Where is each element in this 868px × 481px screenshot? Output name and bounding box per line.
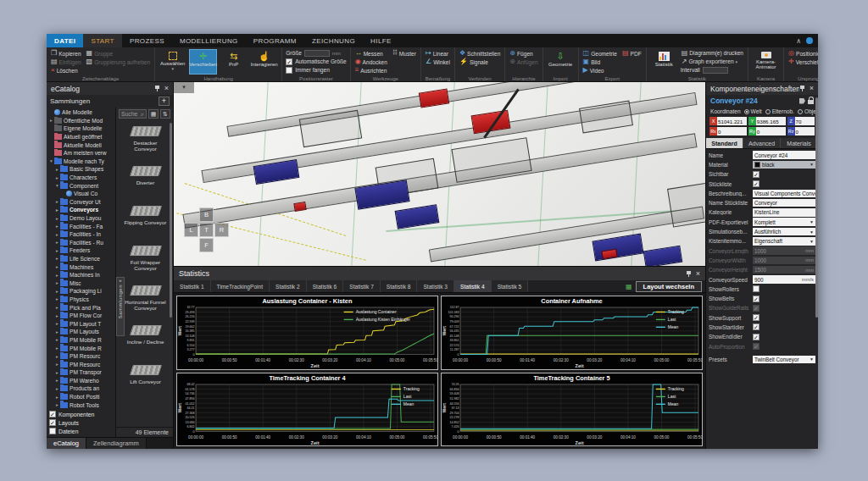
interagieren-button[interactable]: ☝Interagieren <box>250 49 278 75</box>
catalog-item-horizontal-funnel-conveyor[interactable]: Horizontal Funnel Conveyor <box>123 281 168 321</box>
tab-statistik-1[interactable]: Statistik 1 <box>174 280 211 292</box>
search-input[interactable]: Suche ⌕ <box>119 109 147 119</box>
messen-button[interactable]: ↔Messen <box>354 49 388 58</box>
chevron-right-icon[interactable]: ▸ <box>54 199 60 204</box>
size-input[interactable] <box>304 50 330 57</box>
viewport-overlay-button[interactable]: ▼ <box>174 82 194 93</box>
sidebar-item-pm-resourc[interactable]: ▸PM Resourc <box>47 360 115 368</box>
close-icon[interactable]: × <box>810 85 814 92</box>
view-cube-face-b[interactable]: B <box>199 207 214 222</box>
sidebar-item-misc[interactable]: ▸Misc <box>47 279 115 287</box>
tab-hilfe[interactable]: HILFE <box>363 34 399 47</box>
checkbox-checked[interactable]: ✓ <box>286 58 292 65</box>
schnittstellen-button[interactable]: ❖Schnittstellen <box>459 49 501 58</box>
tab-programm[interactable]: PROGRAMM <box>246 34 304 47</box>
verschieben-button[interactable]: ✛Verschieben <box>189 49 217 75</box>
chevron-right-icon[interactable]: ▸ <box>54 378 60 383</box>
geometrie-button[interactable]: ◫Geometrie <box>582 49 618 58</box>
chevron-right-icon[interactable]: ▸ <box>54 354 60 359</box>
property-dropdown[interactable]: Eigenschaft▼ <box>753 237 815 246</box>
view-cube-face-r[interactable]: R <box>214 223 229 237</box>
layouts-checkbox[interactable]: ✓Layouts <box>49 419 113 426</box>
geometrie-button[interactable]: ⇩Geometrie <box>547 49 575 75</box>
sidebar-item-am-meisten-verw[interactable]: Am meisten verw <box>47 149 115 158</box>
chevron-right-icon[interactable]: ▸ <box>54 264 60 269</box>
pin-icon[interactable] <box>799 85 805 92</box>
tab-statistik-7[interactable]: Statistik 7 <box>343 280 381 292</box>
chevron-right-icon[interactable]: ▸ <box>54 248 60 253</box>
chevron-right-icon[interactable]: ▸ <box>54 207 60 213</box>
sidebar-item-conveyors[interactable]: ▸Conveyors <box>47 206 115 214</box>
chevron-right-icon[interactable]: ▸ <box>54 395 60 400</box>
chevron-right-icon[interactable]: ▸ <box>54 280 60 285</box>
help-icon[interactable] <box>806 37 813 44</box>
sidebar-item-visual-co[interactable]: Visual Co <box>47 190 115 198</box>
sidebar-item-pm-layout-t[interactable]: ▸PM Layout T <box>47 319 115 328</box>
chevron-right-icon[interactable]: ▸ <box>54 256 60 261</box>
checkbox-unchecked[interactable]: ✓ <box>753 285 760 292</box>
chevron-right-icon[interactable]: ▸ <box>54 346 60 351</box>
close-icon[interactable]: × <box>696 270 700 278</box>
muster-button[interactable]: ⠿Muster <box>392 49 417 58</box>
property-input[interactable]: black▼ <box>753 161 815 169</box>
ausw-hlen-button[interactable]: Auswählen▾ <box>159 49 186 75</box>
sidebar-item-eigene-modelle[interactable]: Eigene Modelle <box>47 124 115 133</box>
chevron-right-icon[interactable]: ▸ <box>54 362 60 367</box>
tab-standard[interactable]: Standard <box>706 138 743 148</box>
interval-input[interactable] <box>703 67 728 74</box>
catalog-item-diverter[interactable]: Diverter <box>123 162 168 202</box>
checkbox-checked[interactable]: ✓ <box>753 334 760 340</box>
sidebar-item-ffentliche-mod[interactable]: ▸Öffentliche Mod <box>47 117 115 125</box>
sidebar-item-aktuelle-modell[interactable]: Aktuelle Modell <box>47 141 115 149</box>
winkel-button[interactable]: ∠Winkel <box>425 58 451 66</box>
sidebar-item-pm-resourc[interactable]: ▸PM Resourc <box>47 352 115 361</box>
catalog-item-incline-decline[interactable]: Incline / Decline <box>123 321 168 361</box>
sidebar-item-pm-wareho[interactable]: ▸PM Wareho <box>47 377 115 385</box>
chevron-right-icon[interactable]: ▸ <box>48 118 54 123</box>
bild-button[interactable]: ▣Bild <box>582 58 618 66</box>
sidebar-item-pm-flow-cor[interactable]: ▸PM Flow Cor <box>47 312 115 320</box>
automatische-gr-e-checkbox[interactable]: ✓Automatische Größe <box>286 58 346 65</box>
sidebar-item-machines-in[interactable]: ▸Machines In <box>47 271 115 279</box>
checkbox-checked[interactable]: ✓ <box>753 296 760 302</box>
checkbox-checked[interactable]: ✓ <box>49 411 56 417</box>
close-icon[interactable]: × <box>164 85 169 92</box>
view-cube[interactable]: BLTRF <box>184 207 229 252</box>
dateien-checkbox[interactable]: ✓Dateien <box>49 428 113 434</box>
chevron-right-icon[interactable]: ▸ <box>54 224 60 229</box>
tab-timetrackingpoint[interactable]: TimeTrackingPoint <box>211 280 270 292</box>
andocken-button[interactable]: ◉Andocken <box>354 58 388 66</box>
catalog-item-lift-conveyor[interactable]: Lift Conveyor <box>123 361 168 401</box>
coord-value-input[interactable]: 0 <box>717 127 747 135</box>
tab-statistik-5[interactable]: Statistik 5 <box>492 280 529 292</box>
catalog-item-foil-wrapper-conveyor[interactable]: Foil Wrapper Conveyor <box>123 241 168 281</box>
pin-icon[interactable] <box>686 270 692 278</box>
l-schen-button[interactable]: ×Löschen <box>50 66 82 75</box>
add-collection-button[interactable]: + <box>159 97 170 106</box>
checkbox-unchecked[interactable]: ✓ <box>49 428 56 434</box>
sidebar-item-characters[interactable]: ▸Characters <box>47 174 115 182</box>
view-cube-face-f[interactable]: F <box>199 238 214 252</box>
tab-statistik-3[interactable]: Statistik 3 <box>417 280 454 292</box>
chevron-right-icon[interactable]: ▸ <box>54 321 60 326</box>
radio-elternob[interactable]: Elternob. <box>765 108 794 114</box>
komponenten-checkbox[interactable]: ✓Komponenten <box>49 411 113 417</box>
tab-zeichnung[interactable]: ZEICHNUNG <box>304 34 363 47</box>
catalog-item-flipping-conveyor[interactable]: Flipping Conveyor <box>123 202 168 241</box>
tab-prozess[interactable]: PROZESS <box>122 34 172 47</box>
sidebar-item-facilities-in[interactable]: ▸Facilities - In <box>47 230 115 239</box>
sidebar-item-machines[interactable]: ▸Machines <box>47 263 115 271</box>
sidebar-item-products-an[interactable]: ▸Products an <box>47 384 115 393</box>
tab-statistik-6[interactable]: Statistik 6 <box>307 280 344 292</box>
sidebar-item-packaging-li[interactable]: ▸Packaging Li <box>47 287 115 296</box>
coord-value-input[interactable]: 9386.165 <box>756 117 786 125</box>
checkbox-unchecked[interactable]: ✓ <box>753 305 760 312</box>
chevron-right-icon[interactable]: ▸ <box>54 273 60 278</box>
tab-zellendiagramm[interactable]: Zellendiagramm <box>86 438 147 449</box>
view-cube-face-t[interactable]: T <box>199 223 214 237</box>
verschieben-button[interactable]: ✛Verschieben <box>787 58 818 66</box>
statistik-button[interactable]: Statistik <box>650 49 678 75</box>
checkbox-checked[interactable]: ✓ <box>753 180 760 187</box>
chevron-right-icon[interactable]: ▸ <box>54 167 60 172</box>
chevron-right-icon[interactable]: ▸ <box>54 305 60 310</box>
